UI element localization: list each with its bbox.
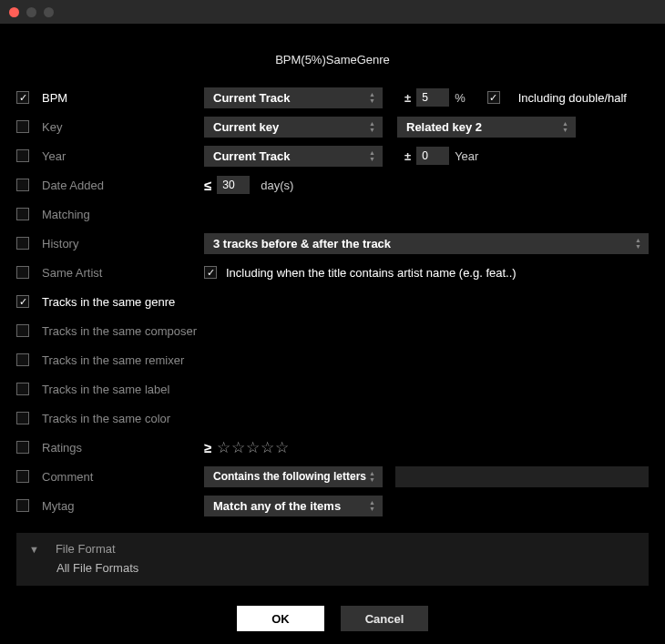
stepper-icon: ▲▼ [562,121,568,133]
checkbox-same-composer[interactable] [16,324,29,337]
chevron-down-icon[interactable]: ▼ [29,544,39,555]
checkbox-key[interactable] [16,120,29,133]
button-row: OK Cancel [16,606,649,631]
select-year-source[interactable]: Current Track ▲▼ [204,146,383,167]
label-date-added: Date Added [42,179,204,192]
select-comment-mode[interactable]: Contains the following letters ▲▼ [204,466,383,487]
section-file-format: ▼ File Format All File Formats [16,533,649,586]
plus-minus-icon: ± [404,91,411,105]
input-comment-text[interactable] [395,466,649,487]
row-same-composer: Tracks in the same composer [16,316,649,345]
row-same-label: Tracks in the same label [16,374,649,404]
row-comment: Comment Contains the following letters ▲… [16,462,649,491]
label-percent: % [455,91,466,105]
row-same-color: Tracks in the same color [16,404,649,433]
row-year: Year Current Track ▲▼ ± 0 Year [16,141,649,170]
checkbox-include-feat[interactable] [204,266,217,279]
label-same-label: Tracks in the same label [42,383,204,396]
checkbox-mytag[interactable] [16,499,29,512]
checkbox-matching[interactable] [16,208,29,220]
select-value: 3 tracks before & after the track [213,237,391,250]
checkbox-same-color[interactable] [16,412,29,424]
row-key: Key Current key ▲▼ Related key 2 ▲▼ [16,112,649,141]
checkbox-year[interactable] [16,149,29,162]
label-same-color: Tracks in the same color [42,412,204,425]
row-bpm: BPM Current Track ▲▼ ± 5 % Including dou… [16,83,649,112]
label-key: Key [42,120,204,134]
label-same-remixer: Tracks in the same remixer [42,353,204,367]
checkbox-date-added[interactable] [16,179,29,191]
select-value: Current key [213,120,279,134]
dialog-title: BPM(5%)SameGenre [0,53,665,66]
label-mytag: Mytag [42,499,204,513]
window-titlebar [0,0,665,24]
checkbox-same-genre[interactable] [16,295,29,308]
label-year: Year [42,149,204,163]
select-value: Related key 2 [406,120,482,134]
checkbox-bpm[interactable] [16,91,29,104]
select-value: Current Track [213,91,291,105]
select-key-source[interactable]: Current key ▲▼ [204,117,383,138]
input-year-tolerance[interactable]: 0 [416,147,449,165]
stepper-icon: ▲▼ [369,500,375,512]
label-matching: Matching [42,208,204,221]
label-bpm: BPM [42,91,204,105]
checkbox-same-artist[interactable] [16,266,29,279]
label-include-feat: Including when the title contains artist… [226,266,517,280]
input-days[interactable]: 30 [217,176,250,194]
row-matching: Matching [16,199,649,229]
row-same-remixer: Tracks in the same remixer [16,345,649,374]
minimize-window-button[interactable] [26,7,36,17]
stepper-icon: ▲▼ [369,150,375,162]
checkbox-ratings[interactable] [16,441,29,454]
input-bpm-tolerance[interactable]: 5 [416,88,449,107]
row-ratings: Ratings ≥ ☆☆☆☆☆ [16,433,649,462]
label-days: day(s) [261,179,293,192]
stepper-icon: ▲▼ [369,92,375,104]
stepper-icon: ▲▼ [369,121,375,133]
row-same-artist: Same Artist Including when the title con… [16,258,649,287]
select-value: Match any of the items [213,499,341,513]
checkbox-bpm-doublehalf[interactable] [487,91,500,104]
operator-lte-icon: ≤ [204,178,211,193]
label-same-artist: Same Artist [42,266,204,280]
stepper-icon: ▲▼ [369,471,375,483]
cancel-button[interactable]: Cancel [341,606,428,631]
label-file-format: File Format [56,542,116,556]
label-bpm-doublehalf: Including double/half [518,91,627,105]
form-content: BPM Current Track ▲▼ ± 5 % Including dou… [0,83,665,631]
row-history: History 3 tracks before & after the trac… [16,229,649,258]
maximize-window-button[interactable] [44,7,54,17]
checkbox-history[interactable] [16,237,29,250]
select-value: Contains the following letters [213,470,366,483]
select-key-related[interactable]: Related key 2 ▲▼ [397,117,576,138]
checkbox-same-label[interactable] [16,383,29,395]
label-file-format-value: All File Formats [56,561,636,575]
label-ratings: Ratings [42,441,204,455]
label-year-suffix: Year [455,149,478,163]
checkbox-same-remixer[interactable] [16,353,29,366]
label-history: History [42,237,204,250]
rating-stars[interactable]: ☆☆☆☆☆ [217,438,290,457]
label-same-genre: Tracks in the same genre [42,295,204,309]
stepper-icon: ▲▼ [635,238,641,250]
select-mytag-mode[interactable]: Match any of the items ▲▼ [204,496,383,516]
ok-button[interactable]: OK [237,606,324,631]
close-window-button[interactable] [9,7,19,17]
plus-minus-icon: ± [404,149,411,163]
operator-gte-icon: ≥ [204,440,211,455]
label-comment: Comment [42,470,204,484]
select-bpm-source[interactable]: Current Track ▲▼ [204,87,383,108]
row-same-genre: Tracks in the same genre [16,287,649,316]
label-same-composer: Tracks in the same composer [42,324,204,338]
select-history[interactable]: 3 tracks before & after the track ▲▼ [204,233,649,254]
checkbox-comment[interactable] [16,470,29,483]
select-value: Current Track [213,149,291,163]
row-date-added: Date Added ≤ 30 day(s) [16,170,649,199]
row-mytag: Mytag Match any of the items ▲▼ [16,491,649,520]
